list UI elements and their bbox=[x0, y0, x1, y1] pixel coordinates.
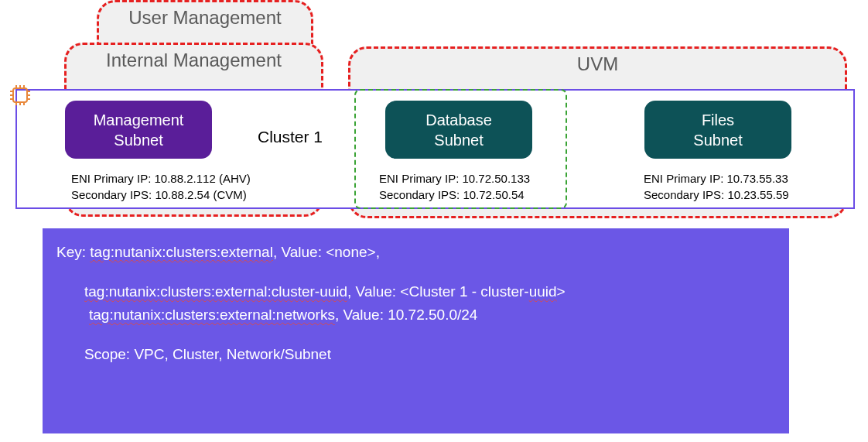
internal-management-title: Internal Management bbox=[67, 45, 321, 71]
files-subnet-line1: Files bbox=[644, 110, 791, 130]
files-subnet-pill: Files Subnet bbox=[644, 101, 791, 159]
database-subnet-pill: Database Subnet bbox=[385, 101, 532, 159]
panel-key-1: tag:nutanix:clusters:external bbox=[90, 244, 273, 260]
management-ip-primary: ENI Primary IP: 10.88.2.112 (AHV) bbox=[71, 170, 251, 187]
database-subnet-line1: Database bbox=[385, 110, 532, 130]
files-ip-secondary: Secondary IPS: 10.23.55.59 bbox=[644, 187, 789, 203]
management-ip-secondary: Secondary IPS: 10.88.2.54 (CVM) bbox=[71, 187, 251, 203]
database-ip-primary: ENI Primary IP: 10.72.50.133 bbox=[379, 170, 530, 187]
panel-close-2: > bbox=[557, 283, 566, 300]
diagram-canvas: User Management Internal Management UVM … bbox=[0, 0, 868, 442]
management-subnet-line2: Subnet bbox=[65, 130, 212, 150]
management-subnet-pill: Management Subnet bbox=[65, 101, 212, 159]
management-ip-block: ENI Primary IP: 10.88.2.112 (AHV) Second… bbox=[71, 170, 251, 203]
panel-key-2: tag:nutanix:clusters:external:cluster-uu… bbox=[84, 283, 347, 300]
panel-key-label: Key: bbox=[56, 244, 90, 260]
svg-rect-0 bbox=[13, 88, 27, 102]
panel-line-4: Scope: VPC, Cluster, Network/Subnet bbox=[56, 343, 775, 365]
panel-rest-1: , Value: <none>, bbox=[273, 244, 380, 260]
panel-uuid: uuid bbox=[529, 283, 557, 300]
management-subnet-line1: Management bbox=[65, 110, 212, 130]
panel-line-3: tag:nutanix:clusters:external:networks, … bbox=[56, 303, 775, 326]
panel-key-3: tag:nutanix:clusters:external:networks bbox=[89, 307, 335, 323]
panel-line-1: Key: tag:nutanix:clusters:external, Valu… bbox=[56, 241, 775, 263]
uvm-title: UVM bbox=[350, 49, 845, 75]
database-ip-block: ENI Primary IP: 10.72.50.133 Secondary I… bbox=[379, 170, 530, 203]
panel-rest-3: , Value: 10.72.50.0/24 bbox=[335, 307, 478, 323]
tags-panel: Key: tag:nutanix:clusters:external, Valu… bbox=[43, 228, 789, 433]
chip-icon bbox=[8, 83, 32, 108]
database-subnet-line2: Subnet bbox=[385, 130, 532, 150]
files-subnet-line2: Subnet bbox=[644, 130, 791, 150]
cluster-label: Cluster 1 bbox=[258, 128, 323, 146]
panel-line-2: tag:nutanix:clusters:external:cluster-uu… bbox=[56, 280, 775, 303]
files-ip-block: ENI Primary IP: 10.73.55.33 Secondary IP… bbox=[644, 170, 789, 203]
database-ip-secondary: Secondary IPS: 10.72.50.54 bbox=[379, 187, 530, 203]
panel-rest-2: , Value: <Cluster 1 - cluster- bbox=[347, 283, 529, 300]
files-ip-primary: ENI Primary IP: 10.73.55.33 bbox=[644, 170, 789, 187]
user-management-title: User Management bbox=[99, 2, 311, 29]
